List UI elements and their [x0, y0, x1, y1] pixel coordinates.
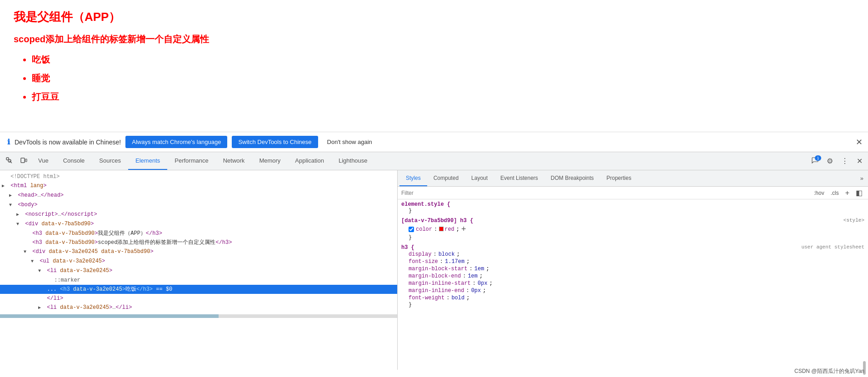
notification-bar: ℹ DevTools is now available in Chinese! … [0, 132, 868, 152]
tab-elements[interactable]: Elements [128, 152, 167, 170]
style-prop: color : red ; + [401, 224, 864, 234]
toolbar-right: 1 ⚙ ⋮ ✕ [808, 154, 866, 168]
device-toggle-button[interactable] [16, 154, 31, 169]
triangle-icon[interactable] [38, 304, 44, 312]
style-prop: font-weight : bold; [401, 294, 864, 302]
styles-panel: Styles Computed Layout Event Listeners D… [398, 170, 868, 370]
triangle-icon[interactable] [2, 182, 7, 190]
devtools-tabs: Vue Console Sources Elements Performance… [31, 152, 808, 170]
dom-line[interactable]: <div data-v-7ba5bd90> [0, 219, 397, 229]
style-rule-element: element.style { } [401, 201, 864, 214]
triangle-icon[interactable] [9, 192, 15, 200]
dom-line[interactable]: <noscript>…</noscript> [0, 210, 397, 219]
filter-cls-button[interactable]: .cls [829, 189, 841, 197]
style-rule-scoped-h3: [data-v-7ba5bd90] h3 { <style> color : r… [401, 218, 864, 241]
dom-line[interactable]: <h3 data-v-7ba5bd90>scoped添加上给组件的标签新增一个自… [0, 238, 397, 247]
tab-vue[interactable]: Vue [31, 152, 56, 170]
svg-rect-2 [21, 158, 25, 163]
styles-content[interactable]: element.style { } [data-v-7ba5bd90] h3 {… [398, 199, 868, 370]
tab-network[interactable]: Network [216, 152, 252, 170]
inspect-element-button[interactable] [2, 154, 16, 169]
rule-source: user agent stylesheet [801, 244, 864, 251]
triangle-icon[interactable] [9, 201, 15, 209]
add-property-button[interactable]: + [461, 224, 466, 234]
dom-line[interactable]: <li data-v-3a2e0245> [0, 266, 397, 276]
triangle-icon[interactable] [16, 220, 22, 228]
triangle-icon[interactable] [31, 258, 36, 266]
rule-source: <style> [843, 218, 864, 224]
tab-memory[interactable]: Memory [252, 152, 288, 170]
dom-horizontal-scrollbar[interactable] [0, 314, 397, 318]
tab-console[interactable]: Console [56, 152, 92, 170]
dont-show-again-button[interactable]: Don't show again [323, 136, 377, 148]
dom-line[interactable]: <head>…</head> [0, 191, 397, 200]
messages-badge: 1 [815, 155, 821, 161]
tab-sources[interactable]: Sources [92, 152, 128, 170]
match-language-button[interactable]: Always match Chrome's language [125, 136, 227, 148]
filter-hov-button[interactable]: :hov [812, 189, 826, 197]
dom-line-selected[interactable]: ... <h3 data-v-3a2e0245>吃饭</h3> == $0 [0, 285, 397, 294]
devtools-toolbar: Vue Console Sources Elements Performance… [0, 152, 868, 170]
page-subtitle: scoped添加上给组件的标签新增一个自定义属性 [14, 33, 854, 45]
triangle-icon[interactable] [38, 267, 44, 275]
styles-tab-layout[interactable]: Layout [465, 170, 494, 186]
triangle-icon[interactable] [16, 211, 22, 219]
watermark: CSDN @陌西瓜汁的兔叽Yan [794, 367, 864, 375]
styles-tab-dom-breakpoints[interactable]: DOM Breakpoints [544, 170, 600, 186]
dom-line[interactable]: <li data-v-3a2e0245>…</li> [0, 303, 397, 313]
list-item-2: 睡觉 [32, 72, 854, 84]
info-icon: ℹ [7, 138, 10, 146]
list-item-3: 打豆豆 [32, 91, 854, 103]
svg-rect-0 [6, 158, 9, 160]
close-devtools-button[interactable]: ✕ [853, 154, 866, 168]
styles-tab-event-listeners[interactable]: Event Listeners [494, 170, 544, 186]
triangle-icon[interactable] [24, 248, 29, 256]
dom-line[interactable]: </li> [0, 294, 397, 303]
dom-line[interactable]: ::marker [0, 276, 397, 285]
styles-filter: :hov .cls + ◧ [398, 187, 868, 199]
more-options-button[interactable]: ⋮ [838, 154, 852, 168]
styles-tab-styles[interactable]: Styles [399, 170, 427, 186]
styles-tabs: Styles Computed Layout Event Listeners D… [398, 170, 868, 187]
style-prop: font-size : 1.17em; [401, 258, 864, 265]
list-item-1: 吃饭 [32, 54, 854, 66]
dom-line[interactable]: <ul data-v-3a2e0245> [0, 257, 397, 266]
dom-line[interactable]: <html lang> [0, 181, 397, 191]
styles-filter-input[interactable] [401, 190, 809, 196]
page-content: 我是父组件（APP） scoped添加上给组件的标签新增一个自定义属性 吃饭 睡… [0, 0, 868, 132]
svg-rect-3 [25, 159, 27, 162]
messages-button[interactable]: 1 [808, 154, 822, 168]
styles-overflow-button[interactable]: » [858, 174, 866, 183]
dom-line[interactable]: <body> [0, 200, 397, 210]
color-swatch[interactable] [439, 227, 444, 231]
styles-tab-computed[interactable]: Computed [427, 170, 465, 186]
devtools-body: <!DOCTYPE html> <html lang> <head>…</hea… [0, 170, 868, 370]
dom-panel[interactable]: <!DOCTYPE html> <html lang> <head>…</hea… [0, 170, 398, 370]
notification-text: DevTools is now available in Chinese! [15, 139, 121, 146]
filter-toggle-button[interactable]: ◧ [854, 188, 864, 197]
switch-chinese-button[interactable]: Switch DevTools to Chinese [232, 136, 318, 148]
rule-selector: h3 { [401, 244, 414, 251]
style-prop: margin-inline-start : 0px; [401, 280, 864, 287]
styles-tab-properties[interactable]: Properties [600, 170, 638, 186]
style-prop: display : block; [401, 251, 864, 258]
tab-application[interactable]: Application [288, 152, 331, 170]
style-prop: margin-block-start : 1em; [401, 265, 864, 273]
style-rule-h3-ua: h3 { user agent stylesheet display : blo… [401, 244, 864, 308]
filter-add-button[interactable]: + [843, 189, 851, 197]
devtools-panel: Vue Console Sources Elements Performance… [0, 152, 868, 370]
tab-performance[interactable]: Performance [167, 152, 215, 170]
tab-lighthouse[interactable]: Lighthouse [331, 152, 375, 170]
dom-line[interactable]: <h3 data-v-7ba5bd90>我是父组件（APP）</h3> [0, 229, 397, 238]
prop-checkbox[interactable] [409, 227, 414, 232]
page-list: 吃饭 睡觉 打豆豆 [14, 54, 854, 103]
dom-line[interactable]: <!DOCTYPE html> [0, 172, 397, 181]
rule-selector: [data-v-7ba5bd90] h3 { [401, 218, 473, 224]
rule-selector: element.style { [401, 201, 450, 208]
dom-line[interactable]: <div data-v-3a2e0245 data-v-7ba5bd90> [0, 247, 397, 257]
settings-button[interactable]: ⚙ [823, 154, 837, 168]
notification-close-button[interactable]: ✕ [856, 137, 863, 147]
style-prop: margin-inline-end : 0px; [401, 287, 864, 294]
page-title: 我是父组件（APP） [14, 9, 854, 25]
styles-tabs-right: » [858, 174, 866, 183]
